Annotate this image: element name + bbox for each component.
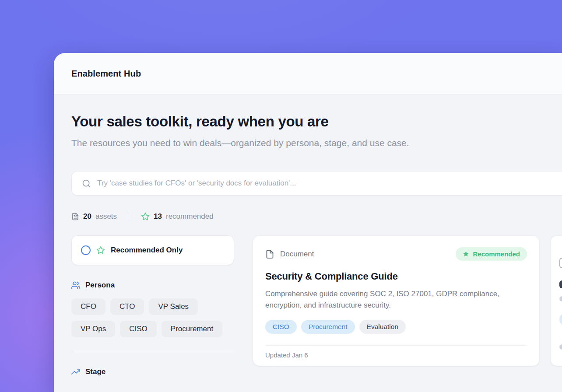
partial-card-divider-placeholder <box>559 338 562 338</box>
document-icon <box>265 249 274 259</box>
star-icon <box>96 246 105 255</box>
asset-cards: Document Recommended Security & Complian… <box>253 235 562 366</box>
page-title: Your sales toolkit, ready when you are <box>71 113 562 130</box>
trending-up-icon <box>71 368 80 376</box>
recommended-badge: Recommended <box>456 247 527 261</box>
stage-section-label: Stage <box>85 368 105 376</box>
asset-type: Document <box>265 249 314 259</box>
search-icon <box>82 179 91 188</box>
partial-card-footer-placeholder <box>559 344 562 350</box>
star-icon <box>141 212 150 221</box>
radio-circle-icon <box>81 245 91 255</box>
filters-sidebar: Recommended Only Persona CFOCTOVP SalesV… <box>71 235 234 376</box>
assets-stat: 20 assets <box>71 212 117 221</box>
asset-card-partial[interactable] <box>550 235 562 366</box>
persona-chip[interactable]: CTO <box>110 298 144 315</box>
users-icon <box>71 281 80 290</box>
search-input[interactable] <box>97 179 562 188</box>
sidebar-divider <box>71 352 234 352</box>
asset-type-label: Document <box>280 250 314 259</box>
stats-row: 20 assets 13 recommended <box>71 212 562 221</box>
persona-chip[interactable]: CFO <box>71 298 105 315</box>
recommended-stat: 13 recommended <box>141 212 214 221</box>
persona-chip[interactable]: VP Sales <box>149 298 198 315</box>
assets-label: assets <box>95 212 117 221</box>
file-text-icon <box>71 212 79 221</box>
recommended-count: 13 <box>154 212 162 221</box>
recommended-only-toggle[interactable]: Recommended Only <box>71 235 234 265</box>
asset-card[interactable]: Document Recommended Security & Complian… <box>253 235 540 366</box>
persona-section-header: Persona <box>71 281 234 290</box>
asset-tag[interactable]: CISO <box>265 320 297 334</box>
app-title: Enablement Hub <box>71 69 141 79</box>
stage-section-header: Stage <box>71 368 234 376</box>
persona-chips: CFOCTOVP SalesVP OpsCISOProcurement <box>71 298 234 337</box>
enablement-hub-window: Enablement Hub Your sales toolkit, ready… <box>54 53 562 392</box>
persona-chip[interactable]: Procurement <box>162 321 222 337</box>
asset-description: Comprehensive guide covering SOC 2, ISO … <box>265 288 523 311</box>
asset-updated: Updated Jan 6 <box>265 346 527 364</box>
recommended-badge-label: Recommended <box>473 250 520 258</box>
partial-card-icon-placeholder <box>559 258 562 268</box>
page-body: Your sales toolkit, ready when you are T… <box>54 113 562 376</box>
recommended-only-label: Recommended Only <box>111 246 183 255</box>
page-subtitle: The resources you need to win deals—orga… <box>71 135 428 151</box>
stats-divider <box>129 212 129 221</box>
assets-count: 20 <box>83 212 91 221</box>
asset-title: Security & Compliance Guide <box>265 271 527 282</box>
partial-card-title-placeholder <box>559 280 562 288</box>
asset-tag[interactable]: Procurement <box>301 320 355 334</box>
persona-chip[interactable]: VP Ops <box>71 321 115 337</box>
partial-card-tag-placeholder <box>559 313 562 326</box>
persona-section-label: Persona <box>85 281 115 290</box>
star-filled-icon <box>463 251 469 257</box>
persona-chip[interactable]: CISO <box>120 321 157 337</box>
search-bar[interactable] <box>71 171 562 196</box>
content-columns: Recommended Only Persona CFOCTOVP SalesV… <box>71 235 562 376</box>
asset-tags: CISOProcurementEvaluation <box>265 320 527 334</box>
app-header: Enablement Hub <box>54 53 562 94</box>
card-top-row: Document Recommended <box>265 247 527 261</box>
partial-card-text-placeholder <box>559 296 562 301</box>
recommended-label: recommended <box>166 212 214 221</box>
asset-tag[interactable]: Evaluation <box>359 320 406 334</box>
